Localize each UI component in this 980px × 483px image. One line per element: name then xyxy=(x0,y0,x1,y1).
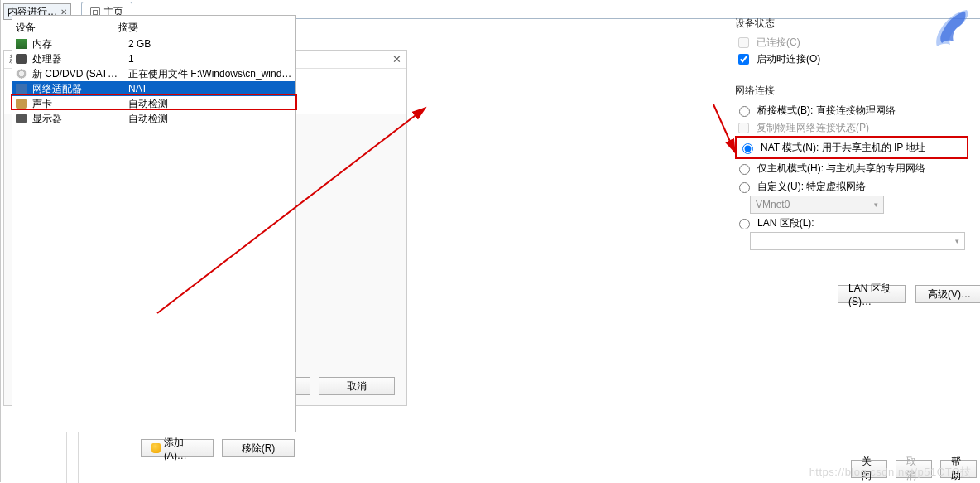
radio-nat[interactable]: NAT 模式(N): 用于共享主机的 IP 地址 xyxy=(738,138,965,157)
close-icon[interactable]: ✕ xyxy=(392,53,401,65)
add-hardware-button[interactable]: 添加(A)… xyxy=(141,439,214,457)
device-name: 处理器 xyxy=(32,52,123,66)
shield-icon xyxy=(151,443,161,453)
device-name: 显示器 xyxy=(32,112,123,126)
chevron-down-icon: ▾ xyxy=(955,237,959,245)
device-summary: 2 GB xyxy=(128,38,292,50)
device-icon xyxy=(16,54,27,64)
device-icon xyxy=(16,114,27,123)
radio-hostonly[interactable]: 仅主机模式(H): 与主机共享的专用网络 xyxy=(735,159,968,177)
radio-icon xyxy=(739,219,750,229)
lan-segment-dropdown[interactable]: ▾ xyxy=(750,232,965,250)
col-device: 设备 xyxy=(16,21,118,35)
radio-icon xyxy=(739,182,750,193)
device-row[interactable]: 处理器1 xyxy=(12,51,295,66)
radio-icon xyxy=(739,106,750,117)
network-connect-title: 网络连接 xyxy=(735,84,968,98)
vm-hardware-dialog: 设备 摘要 内存2 GB处理器1新 CD/DVD (SAT…正在使用文件 F:\… xyxy=(0,0,564,482)
radio-bridged[interactable]: 桥接模式(B): 直接连接物理网络 xyxy=(735,101,968,119)
device-icon xyxy=(16,84,27,94)
radio-custom[interactable]: 自定义(U): 特定虚拟网络 xyxy=(735,177,968,196)
device-row[interactable]: 声卡自动检测 xyxy=(12,96,295,111)
device-icon xyxy=(16,69,27,79)
advanced-button[interactable]: 高级(V)… xyxy=(915,285,980,303)
lan-segments-button[interactable]: LAN 区段(S)… xyxy=(838,285,906,303)
device-summary: 自动检测 xyxy=(128,97,292,111)
device-name: 声卡 xyxy=(32,97,123,111)
watermark: https://blog.csdn.net/p51CTO技 xyxy=(809,465,972,480)
device-icon xyxy=(16,39,27,49)
device-summary: 自动检测 xyxy=(128,112,292,126)
cancel-button[interactable]: 取消 xyxy=(319,377,395,395)
radio-icon xyxy=(742,143,753,154)
device-row[interactable]: 内存2 GB xyxy=(12,36,295,51)
custom-vmnet-dropdown[interactable]: VMnet0▾ xyxy=(735,196,968,214)
remove-hardware-button[interactable]: 移除(R) xyxy=(222,439,295,457)
device-name: 新 CD/DVD (SAT… xyxy=(32,67,123,81)
chevron-down-icon: ▾ xyxy=(874,200,878,209)
replicate-phys-checkbox[interactable]: 复制物理网络连接状态(P) xyxy=(735,119,968,136)
device-row[interactable]: 网络适配器NAT xyxy=(12,81,295,96)
bird-logo-icon xyxy=(924,2,977,55)
device-name: 内存 xyxy=(32,37,123,51)
col-summary: 摘要 xyxy=(118,21,292,35)
device-name: 网络适配器 xyxy=(32,82,123,96)
device-row[interactable]: 新 CD/DVD (SAT…正在使用文件 F:\Windows\cn_wind… xyxy=(12,66,295,81)
device-summary: NAT xyxy=(128,83,292,94)
radio-icon xyxy=(739,164,750,175)
checkbox-icon xyxy=(738,37,749,48)
device-row[interactable]: 显示器自动检测 xyxy=(12,111,295,126)
device-summary: 正在使用文件 F:\Windows\cn_wind… xyxy=(128,67,292,81)
radio-lan-segment[interactable]: LAN 区段(L): xyxy=(735,214,968,232)
checkbox-icon xyxy=(738,123,749,133)
checkbox-icon xyxy=(738,54,749,65)
device-summary: 1 xyxy=(128,53,292,65)
device-icon xyxy=(16,99,27,109)
nat-highlight: NAT 模式(N): 用于共享主机的 IP 地址 xyxy=(735,136,968,159)
